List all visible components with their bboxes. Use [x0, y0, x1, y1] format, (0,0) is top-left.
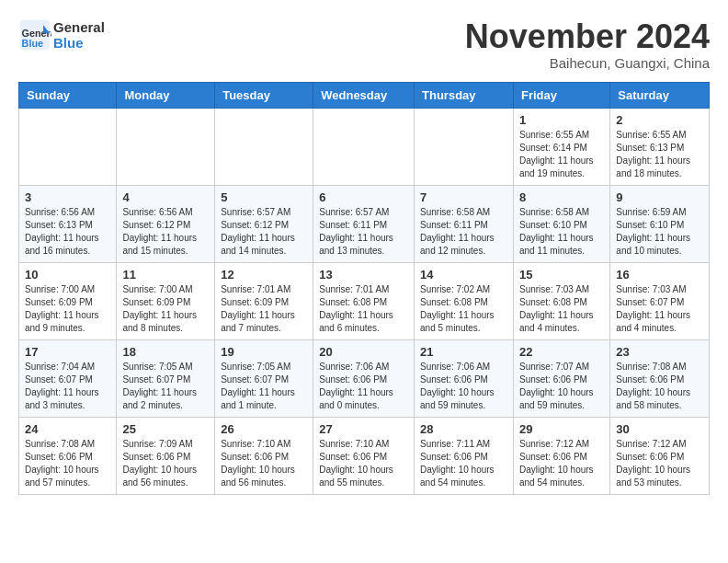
calendar-cell: 14Sunrise: 7:02 AMSunset: 6:08 PMDayligh…	[415, 262, 514, 339]
cell-content: Sunrise: 6:57 AMSunset: 6:11 PMDaylight:…	[319, 206, 408, 258]
col-header-tuesday: Tuesday	[215, 82, 313, 108]
col-header-thursday: Thursday	[415, 82, 514, 108]
calendar-cell: 4Sunrise: 6:56 AMSunset: 6:12 PMDaylight…	[117, 185, 215, 262]
cell-content: Sunrise: 7:05 AMSunset: 6:07 PMDaylight:…	[221, 361, 307, 412]
calendar-cell: 25Sunrise: 7:09 AMSunset: 6:06 PMDayligh…	[117, 417, 215, 494]
cell-content: Sunrise: 7:01 AMSunset: 6:09 PMDaylight:…	[221, 283, 307, 335]
cell-content: Sunrise: 7:12 AMSunset: 6:06 PMDaylight:…	[519, 438, 604, 489]
cell-content: Sunrise: 7:01 AMSunset: 6:08 PMDaylight:…	[319, 283, 408, 335]
header: General Blue General Blue November 2024 …	[18, 18, 710, 71]
title-block: November 2024 Baihecun, Guangxi, China	[465, 18, 710, 71]
day-number: 15	[519, 268, 604, 282]
day-number: 3	[25, 190, 110, 204]
calendar-cell: 22Sunrise: 7:07 AMSunset: 6:06 PMDayligh…	[513, 339, 609, 417]
cell-content: Sunrise: 7:10 AMSunset: 6:06 PMDaylight:…	[221, 438, 307, 489]
logo-icon: General Blue	[18, 18, 51, 52]
cell-content: Sunrise: 6:58 AMSunset: 6:10 PMDaylight:…	[519, 206, 604, 258]
month-title: November 2024	[465, 18, 710, 55]
calendar-cell: 3Sunrise: 6:56 AMSunset: 6:13 PMDaylight…	[19, 185, 117, 262]
day-number: 7	[420, 190, 507, 204]
calendar-cell: 10Sunrise: 7:00 AMSunset: 6:09 PMDayligh…	[19, 262, 117, 339]
day-number: 23	[616, 345, 703, 359]
col-header-friday: Friday	[513, 82, 609, 108]
svg-text:Blue: Blue	[22, 38, 43, 49]
calendar-cell: 5Sunrise: 6:57 AMSunset: 6:12 PMDaylight…	[215, 185, 313, 262]
day-number: 2	[616, 113, 703, 127]
cell-content: Sunrise: 7:10 AMSunset: 6:06 PMDaylight:…	[319, 438, 408, 489]
day-number: 14	[420, 268, 507, 282]
calendar-cell: 20Sunrise: 7:06 AMSunset: 6:06 PMDayligh…	[313, 339, 415, 417]
calendar-cell	[215, 108, 313, 185]
calendar-cell: 13Sunrise: 7:01 AMSunset: 6:08 PMDayligh…	[313, 262, 415, 339]
cell-content: Sunrise: 7:08 AMSunset: 6:06 PMDaylight:…	[616, 361, 703, 412]
week-row: 3Sunrise: 6:56 AMSunset: 6:13 PMDaylight…	[19, 185, 710, 262]
cell-content: Sunrise: 6:59 AMSunset: 6:10 PMDaylight:…	[616, 206, 703, 258]
calendar-cell: 8Sunrise: 6:58 AMSunset: 6:10 PMDaylight…	[513, 185, 609, 262]
cell-content: Sunrise: 7:09 AMSunset: 6:06 PMDaylight:…	[122, 438, 209, 489]
day-number: 13	[319, 268, 408, 282]
day-number: 18	[122, 345, 209, 359]
header-row: SundayMondayTuesdayWednesdayThursdayFrid…	[19, 82, 710, 108]
calendar-cell: 16Sunrise: 7:03 AMSunset: 6:07 PMDayligh…	[610, 262, 710, 339]
cell-content: Sunrise: 7:12 AMSunset: 6:06 PMDaylight:…	[616, 438, 703, 489]
cell-content: Sunrise: 7:02 AMSunset: 6:08 PMDaylight:…	[420, 283, 507, 335]
calendar-cell: 2Sunrise: 6:55 AMSunset: 6:13 PMDaylight…	[610, 108, 710, 185]
page: General Blue General Blue November 2024 …	[0, 0, 728, 504]
calendar-cell: 11Sunrise: 7:00 AMSunset: 6:09 PMDayligh…	[117, 262, 215, 339]
col-header-wednesday: Wednesday	[313, 82, 415, 108]
cell-content: Sunrise: 6:58 AMSunset: 6:11 PMDaylight:…	[420, 206, 507, 258]
week-row: 24Sunrise: 7:08 AMSunset: 6:06 PMDayligh…	[19, 417, 710, 494]
calendar-cell: 27Sunrise: 7:10 AMSunset: 6:06 PMDayligh…	[313, 417, 415, 494]
day-number: 10	[25, 268, 110, 282]
cell-content: Sunrise: 6:57 AMSunset: 6:12 PMDaylight:…	[221, 206, 307, 258]
day-number: 11	[122, 268, 209, 282]
day-number: 27	[319, 422, 408, 436]
calendar-cell: 15Sunrise: 7:03 AMSunset: 6:08 PMDayligh…	[513, 262, 609, 339]
cell-content: Sunrise: 7:06 AMSunset: 6:06 PMDaylight:…	[420, 361, 507, 412]
cell-content: Sunrise: 7:00 AMSunset: 6:09 PMDaylight:…	[122, 283, 209, 335]
cell-content: Sunrise: 6:55 AMSunset: 6:14 PMDaylight:…	[519, 129, 604, 180]
day-number: 29	[519, 422, 604, 436]
week-row: 1Sunrise: 6:55 AMSunset: 6:14 PMDaylight…	[19, 108, 710, 185]
calendar-cell: 6Sunrise: 6:57 AMSunset: 6:11 PMDaylight…	[313, 185, 415, 262]
calendar-cell	[117, 108, 215, 185]
col-header-sunday: Sunday	[19, 82, 117, 108]
cell-content: Sunrise: 7:03 AMSunset: 6:07 PMDaylight:…	[616, 283, 703, 335]
col-header-monday: Monday	[117, 82, 215, 108]
calendar-cell: 7Sunrise: 6:58 AMSunset: 6:11 PMDaylight…	[415, 185, 514, 262]
calendar-cell: 21Sunrise: 7:06 AMSunset: 6:06 PMDayligh…	[415, 339, 514, 417]
day-number: 5	[221, 190, 307, 204]
calendar-cell: 1Sunrise: 6:55 AMSunset: 6:14 PMDaylight…	[513, 108, 609, 185]
day-number: 22	[519, 345, 604, 359]
cell-content: Sunrise: 6:56 AMSunset: 6:13 PMDaylight:…	[25, 206, 110, 258]
calendar-cell: 30Sunrise: 7:12 AMSunset: 6:06 PMDayligh…	[610, 417, 710, 494]
calendar-cell: 24Sunrise: 7:08 AMSunset: 6:06 PMDayligh…	[19, 417, 117, 494]
logo: General Blue General Blue	[18, 18, 105, 52]
day-number: 1	[519, 113, 604, 127]
week-row: 10Sunrise: 7:00 AMSunset: 6:09 PMDayligh…	[19, 262, 710, 339]
cell-content: Sunrise: 7:03 AMSunset: 6:08 PMDaylight:…	[519, 283, 604, 335]
calendar-cell: 17Sunrise: 7:04 AMSunset: 6:07 PMDayligh…	[19, 339, 117, 417]
logo-blue: Blue	[53, 35, 105, 51]
logo-general: General	[53, 19, 105, 35]
cell-content: Sunrise: 7:00 AMSunset: 6:09 PMDaylight:…	[25, 283, 110, 335]
day-number: 28	[420, 422, 507, 436]
calendar-cell: 28Sunrise: 7:11 AMSunset: 6:06 PMDayligh…	[415, 417, 514, 494]
day-number: 19	[221, 345, 307, 359]
location: Baihecun, Guangxi, China	[465, 55, 710, 71]
cell-content: Sunrise: 7:07 AMSunset: 6:06 PMDaylight:…	[519, 361, 604, 412]
cell-content: Sunrise: 7:06 AMSunset: 6:06 PMDaylight:…	[319, 361, 408, 412]
calendar-cell: 19Sunrise: 7:05 AMSunset: 6:07 PMDayligh…	[215, 339, 313, 417]
day-number: 25	[122, 422, 209, 436]
day-number: 6	[319, 190, 408, 204]
cell-content: Sunrise: 6:56 AMSunset: 6:12 PMDaylight:…	[122, 206, 209, 258]
calendar-cell: 18Sunrise: 7:05 AMSunset: 6:07 PMDayligh…	[117, 339, 215, 417]
calendar-cell: 26Sunrise: 7:10 AMSunset: 6:06 PMDayligh…	[215, 417, 313, 494]
calendar-cell	[313, 108, 415, 185]
day-number: 12	[221, 268, 307, 282]
day-number: 26	[221, 422, 307, 436]
day-number: 4	[122, 190, 209, 204]
calendar-cell: 29Sunrise: 7:12 AMSunset: 6:06 PMDayligh…	[513, 417, 609, 494]
cell-content: Sunrise: 7:04 AMSunset: 6:07 PMDaylight:…	[25, 361, 110, 412]
cell-content: Sunrise: 6:55 AMSunset: 6:13 PMDaylight:…	[616, 129, 703, 180]
